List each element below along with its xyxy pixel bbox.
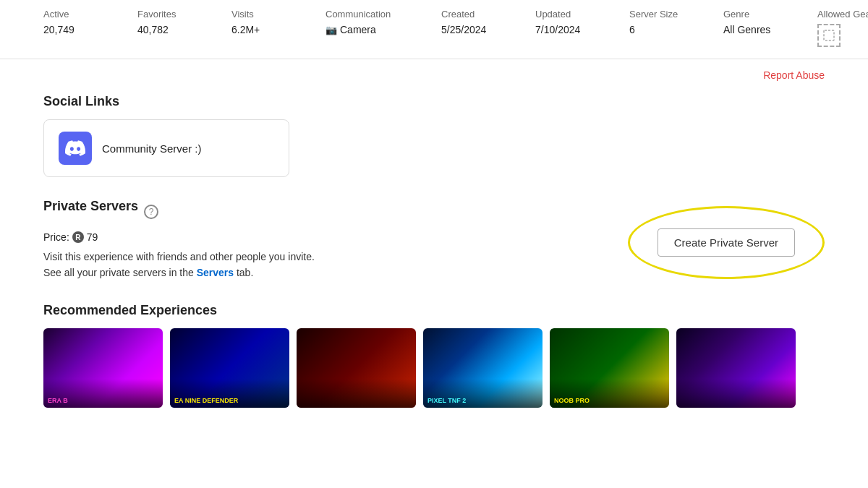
create-server-container: Create Private Server [628, 206, 825, 279]
stat-server-size: Server Size 6 [629, 9, 702, 35]
thumb-5-label: NOOB PRO [554, 397, 590, 405]
stat-genre-value: All Genres [723, 24, 796, 35]
stat-active: Active 20,749 [43, 9, 116, 35]
stat-server-size-value: 6 [629, 24, 702, 35]
stat-created-value: 5/25/2024 [441, 24, 514, 35]
stat-server-size-label: Server Size [629, 9, 702, 20]
thumb-1-label: ERA B [48, 397, 68, 405]
stat-updated-label: Updated [535, 9, 608, 20]
stats-section: Active 20,749 Favorites 40,782 Visits 6.… [0, 0, 868, 59]
stats-row: Active 20,749 Favorites 40,782 Visits 6.… [43, 9, 825, 47]
allowed-gear-icon [817, 24, 841, 47]
stat-genre-label: Genre [723, 9, 796, 20]
social-links-title: Social Links [43, 94, 825, 109]
private-servers-section: Private Servers ? Price: R 79 Visit this… [0, 192, 868, 296]
game-thumb-1[interactable]: ERA B [43, 328, 163, 408]
create-private-server-button[interactable]: Create Private Server [658, 228, 795, 257]
stat-favorites-value: 40,782 [137, 24, 210, 35]
stat-visits: Visits 6.2M+ [231, 9, 304, 35]
robux-icon: R [72, 231, 84, 243]
stat-updated-value: 7/10/2024 [535, 24, 608, 35]
game-thumbnails: ERA B EA NINE DEFENDER PIXEL TNF 2 NOOB … [43, 328, 825, 408]
svg-rect-0 [824, 30, 834, 40]
discord-server-label: Community Server :) [102, 142, 202, 155]
stat-favorites-label: Favorites [137, 9, 210, 20]
report-section: Report Abuse [0, 59, 868, 88]
private-servers-title: Private Servers [43, 199, 138, 214]
description-line1: Visit this experience with friends and o… [43, 251, 315, 262]
price-label: Price: [43, 231, 69, 243]
stat-allowed-gear-label: Allowed Gear [817, 9, 868, 20]
price-value: 79 [87, 231, 98, 243]
highlight-oval: Create Private Server [628, 206, 825, 279]
stat-allowed-gear: Allowed Gear [817, 9, 868, 47]
stat-communication-value: 📷 Camera [326, 24, 420, 35]
report-abuse-link[interactable]: Report Abuse [763, 69, 825, 81]
stat-visits-value: 6.2M+ [231, 24, 304, 35]
stat-communication-label: Communication [326, 9, 420, 20]
game-thumb-6[interactable] [676, 328, 796, 408]
stat-favorites: Favorites 40,782 [137, 9, 210, 35]
stat-updated: Updated 7/10/2024 [535, 9, 608, 35]
discord-icon [59, 132, 92, 165]
stat-communication: Communication 📷 Camera [326, 9, 420, 35]
stat-active-value: 20,749 [43, 24, 116, 35]
stat-created: Created 5/25/2024 [441, 9, 514, 35]
page-wrapper: Active 20,749 Favorites 40,782 Visits 6.… [0, 0, 868, 488]
stat-visits-label: Visits [231, 9, 304, 20]
thumb-4-label: PIXEL TNF 2 [427, 397, 466, 405]
game-thumb-2[interactable]: EA NINE DEFENDER [170, 328, 289, 408]
game-thumb-4[interactable]: PIXEL TNF 2 [423, 328, 542, 408]
thumb-2-label: EA NINE DEFENDER [174, 397, 238, 405]
game-thumb-3[interactable] [297, 328, 416, 408]
stat-created-label: Created [441, 9, 514, 20]
recommended-title: Recommended Experiences [43, 303, 825, 318]
camera-icon: 📷 [326, 25, 337, 35]
stat-active-label: Active [43, 9, 116, 20]
social-links-section: Social Links Community Server :) [0, 88, 868, 192]
description-line2-prefix: See all your private servers in the [43, 267, 197, 278]
stat-genre: Genre All Genres [723, 9, 796, 35]
servers-tab-link[interactable]: Servers [197, 267, 234, 278]
description-line2-suffix: tab. [234, 267, 253, 278]
game-thumb-5[interactable]: NOOB PRO [550, 328, 669, 408]
discord-card[interactable]: Community Server :) [43, 119, 289, 177]
help-icon[interactable]: ? [144, 205, 158, 219]
recommended-section: Recommended Experiences ERA B EA NINE DE… [0, 296, 868, 408]
